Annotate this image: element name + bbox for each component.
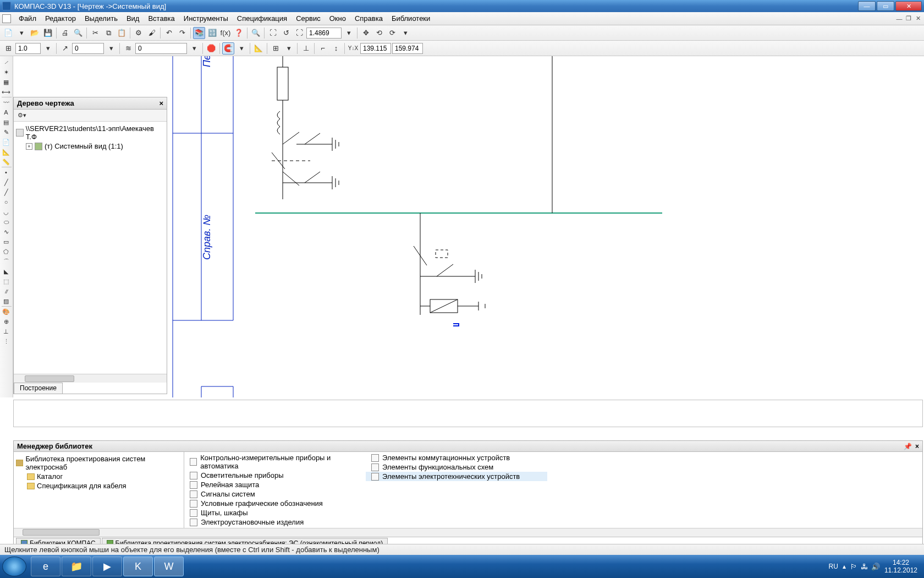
tree-bottom-tab[interactable]: Построение: [14, 383, 63, 394]
zoom-dropdown[interactable]: ▾: [343, 27, 355, 39]
lib-item[interactable]: Контрольно-измерительные приборы и автом…: [184, 453, 366, 471]
tree-hscroll[interactable]: [14, 374, 167, 383]
geom-curve-icon[interactable]: 〰: [1, 97, 12, 107]
style-combo[interactable]: [72, 43, 104, 54]
hatch-tool-icon[interactable]: ▨: [1, 296, 12, 306]
snap-tool-icon[interactable]: ⊕: [1, 317, 12, 326]
style-dropdown[interactable]: ▾: [105, 42, 117, 54]
mdi-minimize[interactable]: —: [895, 15, 903, 23]
param-icon[interactable]: 📐: [1, 147, 12, 157]
lib-hscroll[interactable]: [14, 528, 922, 537]
canvas[interactable]: Пер Справ. №: [167, 56, 923, 397]
tray-network-icon[interactable]: 🖧: [861, 563, 868, 571]
pan-button[interactable]: ✥: [360, 27, 372, 39]
zoom-combo[interactable]: [306, 28, 342, 39]
ortho-button[interactable]: ⊥: [300, 42, 312, 54]
menu-file[interactable]: Файл: [14, 13, 41, 24]
tree-root[interactable]: \\SERVER21\students\11-эпп\Амекачев Т.Ф: [16, 124, 164, 141]
menu-insert[interactable]: Вставка: [144, 13, 179, 24]
chamfer-tool-icon[interactable]: ◣: [1, 266, 12, 276]
geom-hatch-icon[interactable]: ▦: [1, 77, 12, 87]
lib-item[interactable]: Условные графические обозначения: [184, 499, 366, 508]
menu-editor[interactable]: Редактор: [41, 13, 80, 24]
lib-tree-item[interactable]: Каталог: [27, 472, 182, 481]
lib-item[interactable]: Сигналы систем: [184, 489, 366, 499]
lib-item[interactable]: Электроустановочные изделия: [184, 517, 366, 527]
style-button[interactable]: ↗: [59, 42, 71, 54]
tree-child[interactable]: + (т) Системный вид (1:1): [26, 141, 164, 151]
copy-button[interactable]: ⧉: [102, 27, 114, 39]
lib-item[interactable]: Осветительные приборы: [184, 471, 366, 480]
close-button[interactable]: ✕: [895, 1, 922, 11]
step-combo[interactable]: [15, 43, 41, 54]
task-word[interactable]: W: [154, 557, 184, 576]
tray-volume-icon[interactable]: 🔊: [871, 563, 880, 571]
menu-window[interactable]: Окно: [325, 13, 350, 24]
tray-clock[interactable]: 14:22 11.12.2012: [884, 559, 917, 575]
print-button[interactable]: 🖨: [59, 27, 71, 39]
geom-line-icon[interactable]: ⟋: [1, 57, 12, 67]
step-button[interactable]: ⊞: [2, 42, 14, 54]
start-button[interactable]: [2, 557, 26, 576]
grid-dropdown[interactable]: ▾: [283, 42, 295, 54]
tray-flag-icon[interactable]: 🏳: [850, 563, 857, 571]
table-icon[interactable]: ▤: [1, 117, 12, 127]
preview-button[interactable]: 🔍: [72, 27, 84, 39]
fill-tool-icon[interactable]: 🎨: [1, 307, 12, 317]
lib-tree-item[interactable]: Спецификация для кабеля: [27, 481, 182, 490]
equidistant-icon[interactable]: ⫽: [1, 286, 12, 296]
stop-button[interactable]: 🛑: [205, 42, 217, 54]
dropdown-button[interactable]: ▾: [399, 27, 411, 39]
coord-y-input[interactable]: [392, 43, 423, 54]
mdi-close[interactable]: ✕: [914, 15, 922, 23]
lib-item[interactable]: Релейная защита: [184, 480, 366, 489]
ellipse-tool-icon[interactable]: ⬭: [1, 217, 12, 227]
minimize-button[interactable]: —: [858, 1, 876, 11]
contour-tool-icon[interactable]: ⬚: [1, 276, 12, 286]
zoom-all-button[interactable]: ⛶: [293, 27, 305, 39]
round-button[interactable]: ⌐: [317, 42, 329, 54]
refresh-button[interactable]: ⟳: [386, 27, 398, 39]
snap-button[interactable]: 🧲: [222, 42, 234, 54]
point-tool-icon[interactable]: •: [1, 167, 12, 177]
measure-icon[interactable]: 📏: [1, 157, 12, 167]
redo-button[interactable]: ↷: [176, 27, 188, 39]
doc-icon[interactable]: 📄: [1, 137, 12, 147]
open-button[interactable]: 📂: [29, 27, 41, 39]
maximize-button[interactable]: ▭: [877, 1, 894, 11]
task-kompas[interactable]: K: [123, 557, 153, 576]
menu-view[interactable]: Вид: [122, 13, 144, 24]
lib-pin-icon[interactable]: 📌: [904, 443, 912, 450]
zoom-in-button[interactable]: 🔍: [250, 27, 262, 39]
menu-service[interactable]: Сервис: [292, 13, 325, 24]
snap-angle-button[interactable]: 📐: [252, 42, 265, 54]
fx-button[interactable]: f(x): [219, 27, 232, 39]
lib-item[interactable]: Элементы функциональных схем: [366, 462, 547, 472]
tree-config-button[interactable]: ⚙▾: [16, 110, 28, 122]
save-button[interactable]: 💾: [42, 27, 54, 39]
geom-point-icon[interactable]: ✶: [1, 67, 12, 77]
properties-button[interactable]: ⚙: [133, 27, 145, 39]
edit-icon[interactable]: ✎: [1, 127, 12, 137]
circle-tool-icon[interactable]: ○: [1, 197, 12, 207]
lib-close-icon[interactable]: ×: [915, 443, 919, 450]
task-ie[interactable]: e: [31, 557, 61, 576]
layer-dropdown[interactable]: ▾: [188, 42, 200, 54]
task-explorer[interactable]: 📁: [62, 557, 91, 576]
lib-item[interactable]: Щиты, шкафы: [184, 508, 366, 517]
geom-dim-icon[interactable]: ⟷: [1, 87, 12, 97]
undo-button[interactable]: ↶: [163, 27, 175, 39]
polygon-tool-icon[interactable]: ⬠: [1, 247, 12, 257]
help-button[interactable]: ❓: [233, 27, 245, 39]
step-dropdown[interactable]: ▾: [42, 42, 54, 54]
lib-item[interactable]: Элементы коммутационных устройств: [366, 453, 547, 462]
precision-button[interactable]: ↕: [330, 42, 342, 54]
rotate-button[interactable]: ⟲: [373, 27, 385, 39]
paste-button[interactable]: 📋: [116, 27, 128, 39]
variable-button[interactable]: 🔡: [206, 27, 218, 39]
line-tool-icon[interactable]: ╱: [1, 177, 12, 187]
lib-tree-root[interactable]: Библиотека проектирования систем электро…: [16, 454, 182, 472]
task-media[interactable]: ▶: [92, 557, 122, 576]
spline-tool-icon[interactable]: ∿: [1, 227, 12, 237]
snap-dropdown[interactable]: ▾: [235, 42, 248, 54]
